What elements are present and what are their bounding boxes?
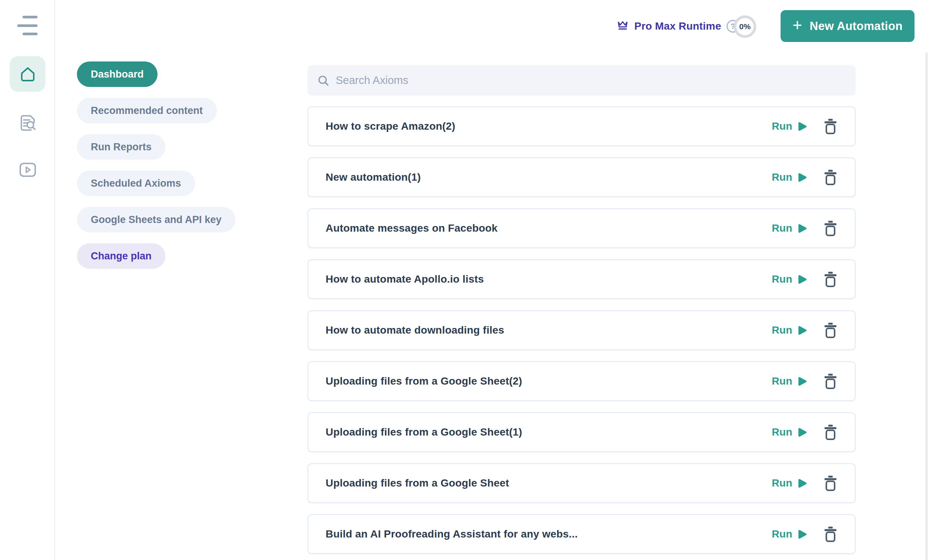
automation-title: How to automate downloading files <box>325 324 504 336</box>
run-label: Run <box>772 120 792 132</box>
play-icon <box>798 376 807 387</box>
run-label: Run <box>772 171 792 183</box>
row-actions: Run <box>772 272 837 287</box>
delete-button[interactable] <box>824 119 837 134</box>
scrollbar[interactable] <box>925 52 928 560</box>
trash-icon <box>824 170 837 185</box>
run-label: Run <box>772 273 792 285</box>
trash-icon <box>824 119 837 134</box>
run-button[interactable]: Run <box>772 171 807 183</box>
run-label: Run <box>772 426 792 438</box>
automation-title: Build an AI Proofreading Assistant for a… <box>325 528 578 540</box>
trash-icon <box>824 323 837 338</box>
play-icon <box>798 172 807 183</box>
menu-icon[interactable] <box>17 16 38 35</box>
nav-pill-run-reports[interactable]: Run Reports <box>77 134 165 160</box>
delete-button[interactable] <box>824 170 837 185</box>
run-label: Run <box>772 324 792 336</box>
nav-pill-recommended-content[interactable]: Recommended content <box>77 98 217 123</box>
automation-list: How to scrape Amazon(2) Run New automati… <box>308 107 856 554</box>
automation-row: Uploading files from a Google Sheet(2) R… <box>308 361 856 401</box>
plus-icon: + <box>792 17 802 33</box>
play-icon <box>798 326 807 335</box>
delete-button[interactable] <box>824 527 837 542</box>
main-content: How to scrape Amazon(2) Run New automati… <box>308 65 856 554</box>
automation-row: New automation(1) Run <box>308 157 856 197</box>
crown-icon <box>616 20 629 33</box>
nav-pill-label: Change plan <box>91 250 151 262</box>
automation-title: Uploading files from a Google Sheet(1) <box>325 426 522 438</box>
sidebar-item-recommended[interactable] <box>10 105 46 140</box>
delete-button[interactable] <box>824 221 837 236</box>
sidebar <box>0 0 55 560</box>
nav-pill-label: Run Reports <box>91 141 151 153</box>
nav-pill-label: Dashboard <box>91 68 143 80</box>
automation-row: Build an AI Proofreading Assistant for a… <box>308 514 856 554</box>
run-label: Run <box>772 222 792 234</box>
new-automation-button[interactable]: + New Automation <box>781 10 914 42</box>
document-search-icon <box>18 114 37 132</box>
runtime-status: Pro Max Runtime ? <box>616 17 739 35</box>
trash-icon <box>824 221 837 236</box>
nav-pill-label: Scheduled Axioms <box>91 178 181 189</box>
trash-icon <box>824 272 837 287</box>
search-box <box>308 65 856 96</box>
run-button[interactable]: Run <box>772 222 807 234</box>
play-icon <box>798 427 807 437</box>
play-icon <box>798 529 807 539</box>
nav-pill-google-sheets-and-api-key[interactable]: Google Sheets and API key <box>77 207 235 233</box>
automation-title: Uploading files from a Google Sheet(2) <box>325 375 522 387</box>
row-actions: Run <box>772 374 837 389</box>
row-actions: Run <box>772 221 837 236</box>
run-button[interactable]: Run <box>772 324 807 336</box>
runtime-label: Pro Max Runtime <box>634 20 721 32</box>
trash-icon <box>824 527 837 542</box>
row-actions: Run <box>772 527 837 542</box>
run-button[interactable]: Run <box>772 375 807 387</box>
automation-row: Automate messages on Facebook Run <box>308 208 856 248</box>
run-button[interactable]: Run <box>772 477 807 489</box>
run-button[interactable]: Run <box>772 273 807 285</box>
play-icon <box>798 224 807 233</box>
run-label: Run <box>772 477 792 489</box>
automation-title: How to scrape Amazon(2) <box>325 120 455 132</box>
sidebar-item-tutorials[interactable] <box>10 152 46 187</box>
runtime-percent: 0% <box>739 22 751 31</box>
nav-pill-dashboard[interactable]: Dashboard <box>77 61 157 87</box>
play-icon <box>798 122 807 132</box>
play-icon <box>798 274 807 285</box>
video-icon <box>18 160 37 179</box>
delete-button[interactable] <box>824 272 837 287</box>
nav-pills: Dashboard Recommended content Run Report… <box>77 61 235 269</box>
automation-row: How to automate Apollo.io lists Run <box>308 259 856 299</box>
nav-pill-scheduled-axioms[interactable]: Scheduled Axioms <box>77 170 195 196</box>
nav-pill-change-plan[interactable]: Change plan <box>77 243 165 269</box>
automation-row: How to automate downloading files Run <box>308 310 856 350</box>
app-root: Pro Max Runtime ? 0% + New Automation Da… <box>0 0 928 560</box>
new-automation-label: New Automation <box>810 20 903 33</box>
search-icon <box>317 75 329 87</box>
sidebar-item-home[interactable] <box>10 56 46 92</box>
delete-button[interactable] <box>824 476 837 491</box>
run-button[interactable]: Run <box>772 120 807 132</box>
runtime-progress-ring: 0% <box>734 15 756 38</box>
play-icon <box>798 478 807 488</box>
run-label: Run <box>772 375 792 387</box>
nav-pill-label: Google Sheets and API key <box>91 214 222 226</box>
delete-button[interactable] <box>824 374 837 389</box>
run-button[interactable]: Run <box>772 426 807 438</box>
delete-button[interactable] <box>824 323 837 338</box>
delete-button[interactable] <box>824 425 837 440</box>
search-input[interactable] <box>336 74 847 87</box>
automation-title: New automation(1) <box>325 171 421 183</box>
row-actions: Run <box>772 119 837 134</box>
row-actions: Run <box>772 476 837 491</box>
home-icon <box>19 65 37 83</box>
trash-icon <box>824 476 837 491</box>
run-label: Run <box>772 528 792 540</box>
trash-icon <box>824 425 837 440</box>
trash-icon <box>824 374 837 389</box>
row-actions: Run <box>772 170 837 185</box>
run-button[interactable]: Run <box>772 528 807 540</box>
nav-pill-label: Recommended content <box>91 105 203 117</box>
